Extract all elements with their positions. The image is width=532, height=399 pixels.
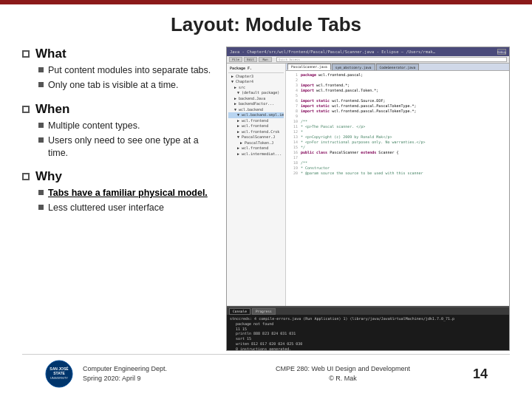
console-tab[interactable]: Console — [229, 308, 250, 315]
when-item-2: Users only need to see one type at a tim… — [48, 134, 214, 160]
tab-code-generator[interactable]: CodeGenerator.java — [376, 64, 420, 70]
code-line: 13 * <p>Copyright (c) 2009 by Ronald Mak… — [289, 134, 506, 140]
code-line: 2 — [289, 78, 506, 83]
tree-item[interactable]: ▶ Chapter3 — [228, 74, 284, 80]
ide-title-text: Java - Chapter4/src/wcl/Frontend/Pascal/… — [230, 50, 437, 54]
what-subitems: Put content modules into separate tabs. … — [38, 64, 214, 92]
code-line: 11 * <p>The Pascal scanner. </p> — [289, 124, 506, 129]
what-section: What Put content modules into separate t… — [22, 47, 214, 92]
tree-item[interactable]: ▼ wcl.backand.smpl.imp — [228, 112, 284, 118]
code-line: 10 /** — [289, 119, 506, 124]
footer-course-name: CMPE 280: Web UI Design and Development — [213, 364, 473, 374]
tree-item[interactable]: ▼ PascalScanner.J — [228, 134, 284, 140]
code-line: 15 */ — [289, 145, 506, 150]
code-line: 19 * Constructor — [289, 166, 506, 171]
toolbar-button[interactable]: Edit — [244, 57, 257, 62]
list-item: Put content modules into separate tabs. — [38, 64, 214, 77]
list-item: Tabs have a familiar physical model. — [38, 187, 214, 200]
console-line: stnccreds: 4 compile-errors.java (Run Ap… — [230, 316, 506, 321]
svg-text:STATE: STATE — [53, 371, 65, 375]
why-item-2: Less cluttered user interface — [48, 202, 164, 214]
tree-item[interactable]: ▶ backendFactor... — [228, 101, 284, 107]
console-output: stnccreds: 4 compile-errors.java (Run Ap… — [227, 315, 509, 350]
console-line: println 888 823 824 031 031 — [230, 331, 506, 336]
left-content: What Put content modules into separate t… — [22, 47, 214, 351]
tree-item[interactable]: ▶ backend.Java — [228, 96, 284, 102]
why-section: Why Tabs have a familiar physical model.… — [22, 169, 214, 214]
code-line: 3 import wcl.frontend.*; — [289, 83, 506, 88]
sub-bullet-icon — [38, 123, 44, 128]
code-line: 6 import static wcl.frontend.Source.EOF; — [289, 98, 506, 103]
code-line: 14 * <p>For instructional purposes only.… — [289, 140, 506, 145]
ide-tabs-bar: PascalScanner.java sym_abstconry.java Co… — [286, 64, 509, 71]
list-item: Less cluttered user interface — [38, 202, 214, 214]
list-item: Only one tab is visible at a time. — [38, 79, 214, 92]
console-line: package not found — [230, 321, 506, 327]
why-subitems: Tabs have a familiar physical model. Les… — [38, 187, 214, 214]
code-line: 16 public class PascalScanner extends Sc… — [289, 150, 506, 155]
tree-item[interactable]: ▼ Chapter4 — [228, 79, 284, 85]
sub-bullet-icon — [38, 205, 44, 210]
when-bullet — [22, 106, 30, 113]
sub-bullet-icon — [38, 190, 44, 195]
tree-item[interactable]: ▶ wcl.frontend — [228, 118, 284, 124]
debug-button[interactable]: Debug — [497, 49, 506, 55]
what-header: What — [22, 47, 214, 61]
list-item: Users only need to see one type at a tim… — [38, 134, 214, 160]
ide-window: Java - Chapter4/src/wcl/Frontend/Pascal/… — [227, 47, 509, 350]
footer-copyright: © R. Mak — [213, 374, 473, 383]
console-line: writen 812 017 020 024 025 030 — [230, 341, 506, 347]
console-line: 0 instructions generated. — [230, 347, 506, 351]
tree-item[interactable]: ▶ wcl.frontend — [228, 146, 284, 151]
tree-item[interactable]: ▶ wcl.intermediat... — [228, 151, 284, 157]
progress-tab[interactable]: Progress — [252, 308, 276, 315]
ide-toolbar: File Edit Run Quick Access — [227, 56, 509, 64]
tab-sym-abstconry[interactable]: sym_abstconry.java — [332, 64, 375, 70]
console-line: sort 15 — [230, 336, 506, 341]
why-title: Why — [35, 169, 62, 184]
what-item-2: Only one tab is visible at a time. — [48, 79, 178, 92]
tree-item[interactable]: ▼ wcl.backend — [228, 107, 284, 113]
why-item-1: Tabs have a familiar physical model. — [48, 187, 208, 200]
why-bullet — [22, 173, 30, 180]
tree-item[interactable]: ▶ wcl.frontend — [228, 123, 284, 129]
when-subitems: Multiple content types. Users only need … — [38, 120, 214, 160]
what-item-1: Put content modules into separate tabs. — [48, 64, 211, 77]
ide-code-editor: 1 package wcl.frontend.pascal; 2 3 impor… — [286, 71, 509, 306]
ide-console: Console Progress stnccreds: 4 compile-er… — [227, 306, 509, 350]
ide-body: Package F. ▶ Chapter3 ▼ Chapter4 ▶ src ▼… — [227, 64, 509, 306]
ide-editor: PascalScanner.java sym_abstconry.java Co… — [286, 64, 509, 306]
page-number: 14 — [473, 366, 488, 382]
why-header: Why — [22, 169, 214, 184]
tree-item[interactable]: ▼ (default package) — [228, 90, 284, 96]
when-section: When Multiple content types. Users only … — [22, 102, 214, 160]
tree-item[interactable]: ▶ src — [228, 85, 284, 91]
when-title: When — [35, 102, 69, 117]
slide-title: Layout: Module Tabs — [22, 13, 510, 36]
what-title: What — [35, 47, 66, 61]
ide-screenshot: Java - Chapter4/src/wcl/Frontend/Pascal/… — [226, 47, 510, 351]
tree-item[interactable]: ▶ wcl.frontend.Crsk — [228, 129, 284, 135]
when-header: When — [22, 102, 214, 117]
familiar-link[interactable]: Tabs have a familiar physical model. — [48, 188, 208, 198]
what-bullet — [22, 50, 30, 58]
code-line: 8 import static wcl.frontend.pascal.Pasc… — [289, 109, 506, 114]
sjsu-logo: SAN JOSÉ STATE UNIVERSITY — [44, 359, 74, 389]
code-line: 20 * @param source the source to be used… — [289, 171, 506, 176]
toolbar-button[interactable]: File — [229, 57, 242, 62]
tab-pascal-scanner[interactable]: PascalScanner.java — [287, 64, 331, 70]
sub-bullet-icon — [38, 82, 44, 87]
sub-bullet-icon — [38, 137, 44, 143]
code-line: 4 import wcl.frontend.pascal.Token.*; — [289, 88, 506, 93]
search-input[interactable]: Quick Access — [276, 57, 507, 62]
tree-item[interactable]: ▶ PascalToken.J — [228, 140, 284, 146]
sub-bullet-icon — [38, 67, 44, 72]
code-line: 9 — [289, 114, 506, 119]
footer-date: Spring 2020: April 9 — [83, 374, 213, 383]
footer-dept: Computer Engineering Dept. — [83, 364, 213, 374]
code-line: 5 — [289, 93, 506, 98]
toolbar-button[interactable]: Run — [259, 57, 272, 62]
main-area: What Put content modules into separate t… — [22, 47, 510, 351]
package-explorer-label: Package F. — [228, 65, 284, 73]
svg-text:UNIVERSITY: UNIVERSITY — [50, 376, 68, 380]
